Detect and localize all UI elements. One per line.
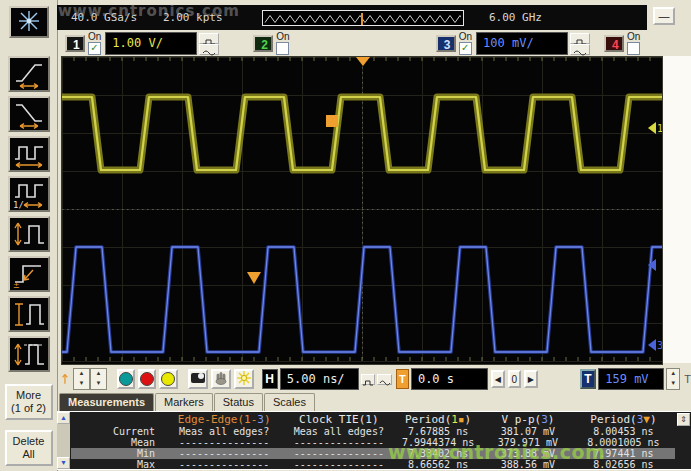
spin-up-button[interactable]: ▲ (667, 369, 679, 379)
svg-text:±: ± (13, 281, 20, 289)
scroll-up-button[interactable]: ▲ (57, 412, 70, 424)
amplitude-measure-button[interactable] (8, 296, 50, 332)
horizontal-settings-button[interactable]: H (262, 369, 278, 389)
delete-all-label-1: Delete (7, 435, 51, 448)
resize-panel-button[interactable]: ⇕ (677, 413, 690, 426)
trigger-menu-button[interactable]: T (396, 369, 409, 389)
channel-3-scale-display[interactable]: 100 mV/ (476, 32, 568, 55)
svg-text:3: 3 (657, 340, 662, 351)
more-sub-label: (1 of 2) (7, 402, 51, 415)
sidebar: 1/ ± (0, 0, 58, 471)
vpp-measure-button[interactable] (8, 336, 50, 372)
channel-2-on-checkbox[interactable] (276, 42, 289, 55)
more-button[interactable]: More (1 of 2) (5, 384, 53, 420)
spin-up-button[interactable]: ▲ (91, 369, 106, 379)
sample-rate-readout: 40.0 GSa/s (71, 11, 137, 24)
negative-width-icon: ± (11, 259, 47, 289)
spin-down-button[interactable]: ▼ (91, 379, 106, 389)
yellow-marker-button[interactable] (159, 369, 177, 389)
trigger-level-display[interactable]: 159 mV (598, 368, 664, 390)
infiniium-logo-icon (15, 9, 43, 33)
svg-text:1: 1 (657, 123, 662, 134)
delay-left-button[interactable]: ◀ (491, 370, 504, 388)
touch-button[interactable] (211, 369, 231, 389)
negative-width-measure-button[interactable]: ± (8, 256, 50, 292)
tab-measurements[interactable]: Measurements (59, 393, 154, 411)
spin-down-button[interactable]: ▼ (667, 379, 679, 389)
display-right-margin (663, 56, 691, 363)
fall-time-measure-button[interactable] (8, 96, 50, 132)
trigger-delay-display[interactable]: 0.0 s (411, 368, 488, 390)
rise-time-measure-button[interactable] (8, 56, 50, 92)
measurements-scrollbar[interactable]: ▲ ▼ (57, 412, 70, 469)
fall-time-icon (11, 99, 47, 129)
delete-all-button[interactable]: Delete All (5, 430, 53, 466)
bottom-panel-tabs: Measurements Markers Status Scales (59, 393, 316, 411)
tab-status[interactable]: Status (214, 393, 263, 411)
channel-4-on-label: On (627, 32, 640, 42)
delete-all-label-2: All (7, 448, 51, 461)
display-settings-button[interactable] (188, 369, 208, 389)
zoom-window-button[interactable] (377, 374, 392, 385)
channel-1-scale-display[interactable]: 1.00 V/ (105, 32, 197, 55)
channel-3-button[interactable]: 3 (436, 35, 456, 52)
delay-zero-button[interactable]: 0 (508, 370, 521, 388)
channel-3-sine-coupling-button[interactable] (570, 44, 590, 55)
waveform-display[interactable]: 13 (61, 56, 663, 365)
timebase-display[interactable]: 5.00 ns/ (280, 368, 359, 390)
timebase-preview-bar[interactable] (262, 10, 464, 26)
positive-width-measure-button[interactable] (8, 216, 50, 252)
channel-1-square-coupling-button[interactable] (199, 33, 219, 44)
period-measure-button[interactable] (8, 136, 50, 172)
teal-marker-button[interactable] (117, 369, 135, 389)
measurement-row-mean[interactable]: Mean------------------------------7.9944… (71, 437, 675, 448)
minimize-button[interactable]: — (653, 7, 675, 25)
sine-wave-icon (379, 379, 391, 387)
measurement-column-header[interactable]: Clock TIE(1) (285, 413, 392, 426)
trigger-tag-label: T (684, 373, 691, 385)
measurement-row-min[interactable]: Min------------------------------7.33402… (71, 448, 675, 459)
delay-right-button[interactable]: ▶ (524, 370, 537, 388)
channel-1-sine-coupling-button[interactable] (199, 44, 219, 55)
measurement-row-current[interactable]: CurrentMeas all edges?Meas all edges?7.6… (71, 426, 675, 437)
tab-markers[interactable]: Markers (155, 393, 213, 411)
spin-up-button[interactable]: ▲ (74, 369, 89, 379)
channel-2-button[interactable]: 2 (253, 35, 273, 52)
spin-down-button[interactable]: ▼ (74, 379, 89, 389)
measurement-column-header[interactable]: Period(3▼) (572, 413, 675, 426)
channel-3-on-label: On (459, 32, 472, 42)
channel-4-on-checkbox[interactable] (627, 42, 640, 55)
channel-4-button[interactable]: 4 (604, 35, 624, 52)
channel-1-button[interactable]: 1 (65, 35, 85, 52)
measurement-header-row: Edge-Edge(1-3)Clock TIE(1)Period(1▪)V p-… (71, 413, 675, 426)
app-logo-button[interactable] (9, 6, 49, 38)
measurement-column-header[interactable]: Edge-Edge(1-3) (163, 413, 285, 426)
measurement-column-header[interactable]: Period(1▪) (392, 413, 484, 426)
rise-time-icon (11, 59, 47, 89)
red-marker-button[interactable] (138, 369, 156, 389)
main-window-button[interactable] (361, 374, 376, 385)
channel-controls: 1 On ✓ 1.00 V/ 2 On 3 On ✓ 100 mV/ (57, 31, 691, 56)
hand-icon (213, 371, 229, 385)
bandwidth-readout: 6.00 GHz (489, 11, 542, 24)
positive-width-icon (11, 219, 47, 249)
trigger-source-button[interactable]: T (580, 369, 597, 389)
measurement-row-max[interactable]: Max------------------------------8.66562… (71, 459, 675, 470)
measurement-column-header[interactable]: V p-p(3) (484, 413, 572, 426)
channel-2-on-label: On (276, 32, 289, 42)
channel-1-on-checkbox[interactable]: ✓ (88, 42, 101, 55)
amplitude-icon (11, 299, 47, 329)
acquisition-bar: 40.0 GSa/s 2.00 kpts 6.00 GHz (57, 5, 647, 30)
scope-canvas: 13 (62, 57, 662, 362)
scroll-down-button[interactable]: ▼ (57, 457, 70, 469)
channel-3-on-checkbox[interactable]: ✓ (459, 42, 472, 55)
channel-3-square-coupling-button[interactable] (570, 33, 590, 44)
timebase-preview-canvas (263, 13, 461, 25)
frequency-measure-button[interactable]: 1/ (8, 176, 50, 212)
measurements-panel: ▲ ▼ Edge-Edge(1-3)Clock TIE(1)Period(1▪)… (57, 411, 691, 470)
tab-scales[interactable]: Scales (264, 393, 315, 411)
v-peak-to-peak-icon (11, 339, 47, 369)
channel-1-on-label: On (88, 32, 101, 42)
brightness-button[interactable] (234, 369, 254, 389)
svg-text:1/: 1/ (13, 200, 24, 209)
